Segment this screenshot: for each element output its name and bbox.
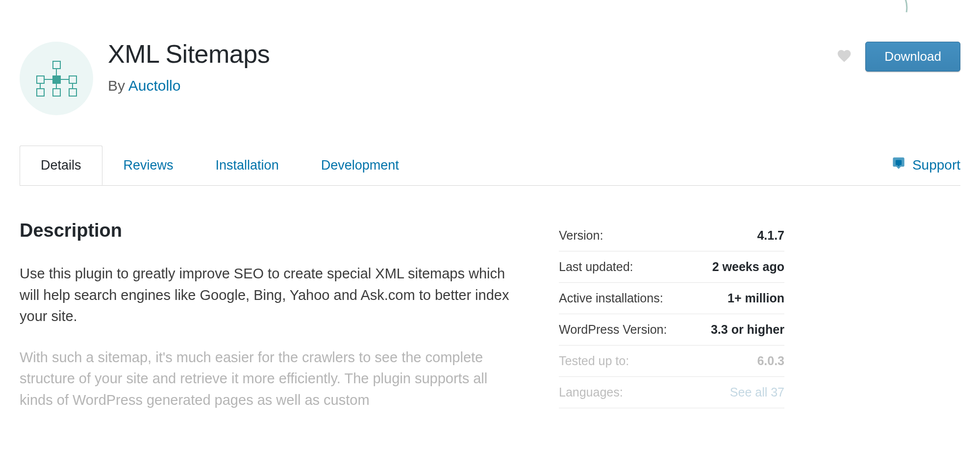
svg-rect-0	[53, 61, 60, 69]
meta-wp-version-value: 3.3 or higher	[711, 322, 784, 337]
support-link[interactable]: Support	[891, 145, 960, 185]
plugin-author: By Auctollo	[108, 77, 835, 94]
meta-wp-version-label: WordPress Version:	[559, 322, 667, 337]
svg-rect-3	[69, 76, 76, 83]
meta-tested-value: 6.0.3	[757, 354, 784, 368]
tab-details[interactable]: Details	[20, 146, 102, 185]
meta-wp-version: WordPress Version: 3.3 or higher	[559, 314, 784, 346]
main-content: Description Use this plugin to greatly i…	[20, 220, 510, 430]
description-paragraph-2: With such a sitemap, it's much easier fo…	[20, 347, 510, 411]
download-button[interactable]: Download	[865, 42, 960, 72]
support-icon	[891, 156, 906, 174]
description-paragraph-1: Use this plugin to greatly improve SEO t…	[20, 263, 510, 327]
meta-version-label: Version:	[559, 228, 603, 243]
svg-rect-4	[37, 89, 44, 96]
plugin-meta-sidebar: Version: 4.1.7 Last updated: 2 weeks ago…	[559, 220, 784, 430]
meta-active-installs: Active installations: 1+ million	[559, 283, 784, 314]
meta-languages: Languages: See all 37	[559, 377, 784, 408]
tab-installation[interactable]: Installation	[195, 146, 300, 185]
meta-tested-label: Tested up to:	[559, 354, 629, 368]
meta-languages-value[interactable]: See all 37	[730, 385, 784, 399]
svg-rect-6	[69, 89, 76, 96]
plugin-header: XML Sitemaps By Auctollo Download	[20, 0, 960, 145]
meta-version-value: 4.1.7	[757, 228, 784, 243]
plugin-title: XML Sitemaps	[108, 39, 835, 69]
meta-tested-up-to: Tested up to: 6.0.3	[559, 346, 784, 377]
favorite-icon[interactable]	[835, 48, 853, 66]
description-heading: Description	[20, 220, 510, 241]
meta-version: Version: 4.1.7	[559, 220, 784, 251]
plugin-icon	[20, 42, 93, 115]
tabs-navigation: Details Reviews Installation Development…	[20, 145, 960, 186]
tab-development[interactable]: Development	[300, 146, 420, 185]
meta-active-installs-label: Active installations:	[559, 291, 663, 305]
svg-rect-2	[53, 76, 60, 83]
support-label: Support	[912, 157, 960, 173]
svg-rect-1	[37, 76, 44, 83]
meta-last-updated: Last updated: 2 weeks ago	[559, 251, 784, 283]
meta-active-installs-value: 1+ million	[728, 291, 784, 305]
author-prefix: By	[108, 77, 128, 94]
meta-last-updated-value: 2 weeks ago	[712, 260, 784, 274]
author-link[interactable]: Auctollo	[128, 77, 181, 94]
meta-last-updated-label: Last updated:	[559, 260, 633, 274]
svg-rect-5	[53, 89, 60, 96]
tab-reviews[interactable]: Reviews	[102, 146, 195, 185]
meta-languages-label: Languages:	[559, 385, 623, 399]
